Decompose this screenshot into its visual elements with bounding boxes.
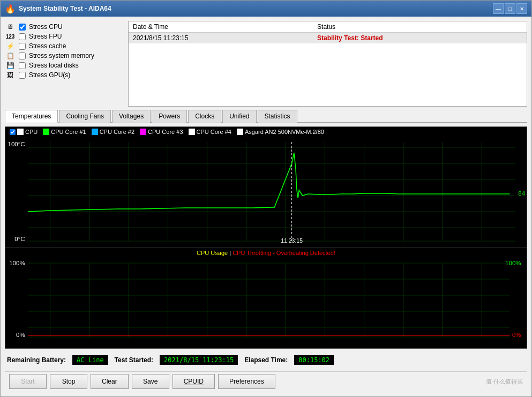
stress-gpus-checkbox[interactable]	[19, 72, 26, 79]
stress-disks-checkbox[interactable]	[19, 62, 26, 69]
stress-cache-icon: ⚡	[5, 42, 16, 50]
stress-disks-item: 💾 Stress local disks	[5, 62, 123, 69]
svg-text:0%: 0%	[512, 332, 521, 338]
stress-gpus-item: 🖼 Stress GPU(s)	[5, 71, 123, 79]
log-row-1: 2021/8/15 11:23:15 Stability Test: Start…	[129, 33, 527, 44]
legend-cpu-label: CPU	[25, 129, 38, 135]
legend-core2: CPU Core #2	[92, 129, 134, 135]
svg-text:100%: 100%	[505, 260, 521, 266]
window-title: System Stability Test - AIDA64	[19, 5, 111, 12]
legend-core4-color	[189, 129, 195, 135]
svg-text:0%: 0%	[16, 332, 25, 338]
temp-chart-canvas-area: 100°C 0°C 11:23:15 84	[5, 137, 527, 244]
content-area: 🖥 Stress CPU 123 Stress FPU ⚡ Stress cac…	[1, 17, 531, 396]
stress-memory-item: 📋 Stress system memory	[5, 52, 123, 59]
stress-cpu-item: 🖥 Stress CPU	[5, 23, 123, 31]
tab-clocks[interactable]: Clocks	[188, 110, 221, 123]
legend-nvme: Asgard AN2 500NVMe-M.2/80	[237, 129, 324, 135]
minimize-button[interactable]: —	[493, 3, 504, 14]
temp-chart-svg: 100°C 0°C 11:23:15 84	[5, 137, 527, 244]
svg-rect-25	[5, 258, 527, 341]
test-started-value: 2021/8/15 11:23:15	[160, 355, 238, 365]
svg-text:84: 84	[518, 190, 525, 197]
clear-button[interactable]: Clear	[91, 374, 129, 389]
stress-memory-icon: 📋	[5, 52, 16, 59]
cpuid-label-normal: CPU	[184, 378, 197, 385]
stress-fpu-label: Stress FPU	[29, 33, 62, 40]
temperature-chart: CPU CPU Core #1 CPU Core #2 CPU Core #3	[5, 127, 527, 248]
stress-cache-item: ⚡ Stress cache	[5, 42, 123, 50]
elapsed-value: 00:15:02	[294, 355, 334, 365]
app-icon: 🔥	[5, 4, 16, 14]
top-section: 🖥 Stress CPU 123 Stress FPU ⚡ Stress cac…	[5, 21, 527, 107]
stress-options-panel: 🖥 Stress CPU 123 Stress FPU ⚡ Stress cac…	[5, 21, 123, 107]
maximize-button[interactable]: □	[505, 3, 515, 14]
stress-disks-icon: 💾	[5, 62, 16, 69]
usage-chart-svg: 100% 0% 100% 0%	[5, 258, 527, 341]
legend-core1: CPU Core #1	[43, 129, 86, 135]
stress-gpus-icon: 🖼	[5, 71, 16, 79]
legend-core1-label: CPU Core #1	[51, 129, 86, 135]
preferences-button[interactable]: Preferences	[218, 374, 275, 389]
svg-text:0°C: 0°C	[14, 236, 25, 242]
charts-area: CPU CPU Core #1 CPU Core #2 CPU Core #3	[5, 126, 527, 349]
log-col-status: Status	[313, 21, 527, 33]
stress-disks-label: Stress local disks	[29, 62, 79, 69]
watermark: 值 什么值得买	[486, 378, 523, 386]
stress-gpus-label: Stress GPU(s)	[29, 71, 70, 79]
tab-powers[interactable]: Powers	[152, 110, 187, 123]
legend-core3: CPU Core #3	[140, 129, 183, 135]
legend-core3-color	[140, 129, 146, 135]
save-button[interactable]: Save	[132, 374, 169, 389]
battery-value: AC Line	[72, 355, 108, 365]
legend-core1-color	[43, 129, 49, 135]
tabs-section: Temperatures Cooling Fans Voltages Power…	[5, 110, 527, 123]
legend-cpu-checkbox[interactable]	[10, 129, 16, 135]
legend-nvme-label: Asgard AN2 500NVMe-M.2/80	[245, 129, 324, 135]
stress-fpu-icon: 123	[5, 34, 16, 40]
stress-memory-checkbox[interactable]	[19, 53, 26, 59]
stress-cpu-checkbox[interactable]	[19, 24, 26, 31]
legend-cpu: CPU	[10, 129, 38, 135]
legend-core4: CPU Core #4	[189, 129, 231, 135]
stress-cpu-icon: 🖥	[5, 23, 16, 31]
legend-core2-label: CPU Core #2	[100, 129, 134, 135]
cpu-throttling-label: CPU Throttling - Overheating Detected!	[233, 250, 335, 256]
cpuid-label-underline: ID	[197, 378, 204, 385]
legend-core3-label: CPU Core #3	[148, 129, 183, 135]
stress-cache-checkbox[interactable]	[19, 43, 26, 50]
main-window: 🔥 System Stability Test - AIDA64 — □ ✕ 🖥…	[0, 0, 532, 397]
cpu-usage-label: CPU Usage	[197, 250, 228, 256]
test-started-label: Test Started:	[115, 356, 153, 364]
usage-chart-title: CPU Usage | CPU Throttling - Overheating…	[5, 248, 527, 258]
buttons-row: Start Stop Clear Save CPUID Preferences …	[5, 371, 527, 392]
tab-bar: Temperatures Cooling Fans Voltages Power…	[5, 110, 527, 123]
log-status-1: Stability Test: Started	[313, 33, 527, 44]
legend-cpu-color	[17, 129, 24, 135]
bottom-status-bar: Remaining Battery: AC Line Test Started:…	[5, 352, 527, 368]
svg-text:100°C: 100°C	[8, 141, 25, 147]
close-button[interactable]: ✕	[516, 3, 527, 14]
start-button[interactable]: Start	[9, 374, 47, 389]
usage-chart-area: 100% 0% 100% 0%	[5, 258, 527, 341]
stop-button[interactable]: Stop	[50, 374, 87, 389]
log-col-datetime: Date & Time	[129, 21, 313, 33]
cpuid-button[interactable]: CPUID	[173, 374, 215, 389]
battery-label: Remaining Battery:	[7, 356, 66, 364]
stress-cache-label: Stress cache	[29, 42, 66, 50]
legend-core4-label: CPU Core #4	[197, 129, 231, 135]
elapsed-label: Elapsed Time:	[244, 356, 288, 364]
stress-memory-label: Stress system memory	[29, 52, 94, 59]
tab-temperatures[interactable]: Temperatures	[5, 110, 58, 123]
stress-fpu-item: 123 Stress FPU	[5, 33, 123, 40]
tab-cooling-fans[interactable]: Cooling Fans	[59, 110, 111, 123]
stress-cpu-label: Stress CPU	[29, 23, 63, 31]
legend-core2-color	[92, 129, 98, 135]
temp-legend: CPU CPU Core #1 CPU Core #2 CPU Core #3	[5, 127, 527, 137]
tab-unified[interactable]: Unified	[222, 110, 256, 123]
stress-fpu-checkbox[interactable]	[19, 33, 26, 40]
log-datetime-1: 2021/8/15 11:23:15	[129, 33, 313, 44]
tab-statistics[interactable]: Statistics	[258, 110, 297, 123]
tab-voltages[interactable]: Voltages	[112, 110, 151, 123]
svg-text:100%: 100%	[9, 260, 25, 266]
